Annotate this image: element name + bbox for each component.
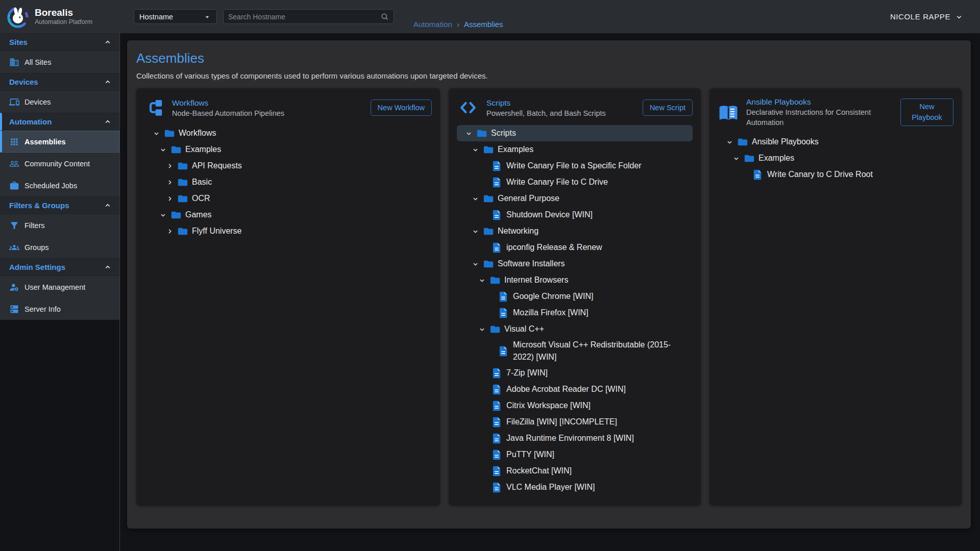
scripts-card-title[interactable]: Scripts (486, 97, 638, 108)
sidebar-item-label: Server Info (24, 305, 61, 313)
chevron-down-icon[interactable] (478, 325, 490, 334)
tree-item-mozilla-firefox-win[interactable]: Mozilla Firefox [WIN] (457, 305, 693, 321)
tree-item-ansible-playbooks[interactable]: Ansible Playbooks (718, 134, 953, 150)
breadcrumb-assemblies[interactable]: Assemblies (464, 20, 503, 29)
chevron-down-icon[interactable] (471, 227, 483, 236)
chevron-down-icon[interactable] (471, 145, 483, 154)
hostname-select-value: Hostname (139, 13, 173, 21)
tree-item-flyff-universe[interactable]: Flyff Universe (144, 223, 432, 239)
tree-item-label: Games (185, 207, 216, 222)
tree-item-api-requests[interactable]: API Requests (144, 158, 432, 174)
sidebar-item-groups[interactable]: Groups (0, 236, 119, 258)
workflows-tree: WorkflowsExamplesAPI RequestsBasicOCRGam… (144, 125, 432, 239)
sidebar-section-devices[interactable]: Devices (0, 73, 119, 91)
chevron-up-icon (103, 38, 112, 47)
tree-item-basic[interactable]: Basic (144, 174, 432, 190)
tree-item-internet-browsers[interactable]: Internet Browsers (457, 272, 693, 288)
tree-item-java-runtime-environment-8-win[interactable]: Java Runtime Environment 8 [WIN] (457, 430, 693, 446)
new-playbook-button[interactable]: New Playbook (900, 98, 953, 126)
folder-icon (490, 325, 500, 334)
user-menu[interactable]: NICOLE RAPPE (890, 12, 964, 21)
hostname-select[interactable]: Hostname (134, 9, 217, 24)
book-icon (718, 103, 739, 122)
tree-item-write-canary-file-to-c-drive[interactable]: Write Canary File to C Drive (457, 174, 693, 190)
tree-item-vlc-media-player-win[interactable]: VLC Media Player [WIN] (457, 479, 693, 495)
tree-item-ipconfig-release-renew[interactable]: ipconfig Release & Renew (457, 239, 693, 256)
chevron-down-icon[interactable] (478, 276, 490, 285)
tree-item-visual-c[interactable]: Visual C++ (457, 321, 693, 337)
tree-item-label: Workflows (179, 126, 220, 141)
tree-item-7-zip-win[interactable]: 7-Zip [WIN] (457, 365, 693, 381)
sidebar-item-assemblies[interactable]: Assemblies (0, 131, 119, 153)
tree-item-shutdown-device-win[interactable]: Shutdown Device [WIN] (457, 207, 693, 223)
sidebar-item-devices[interactable]: Devices (0, 91, 119, 113)
chevron-down-icon[interactable] (471, 260, 483, 268)
tree-item-label: Ansible Playbooks (752, 134, 823, 149)
scripts-card-header: Scripts Powershell, Batch, and Bash Scri… (457, 96, 693, 119)
file-icon (492, 368, 501, 379)
tree-item-write-canary-to-c-drive-root[interactable]: Write Canary to C Drive Root (718, 166, 953, 183)
tree-item-label: Microsoft Visual C++ Redistributable (20… (513, 337, 693, 365)
chevron-down-icon[interactable] (159, 211, 171, 219)
chevron-down-icon[interactable] (464, 129, 477, 138)
chevron-down-icon[interactable] (732, 154, 744, 163)
sidebar-section-automation[interactable]: Automation (0, 113, 119, 131)
tree-item-putty-win[interactable]: PuTTY [WIN] (457, 446, 693, 463)
sidebar-item-scheduled-jobs[interactable]: Scheduled Jobs (0, 174, 119, 196)
page-title: Assemblies (136, 51, 962, 66)
borealis-logo[interactable]: Borealis Automation Platform (0, 5, 120, 29)
sidebar-item-filters[interactable]: Filters (0, 214, 119, 236)
tree-item-microsoft-visual-c-redistributable-2015-2022-win[interactable]: Microsoft Visual C++ Redistributable (20… (457, 337, 693, 365)
sidebar-section-filters-groups[interactable]: Filters & Groups (0, 196, 119, 214)
tree-item-examples[interactable]: Examples (718, 150, 953, 166)
tree-item-write-canary-file-to-a-specific-folder[interactable]: Write Canary File to a Specific Folder (457, 158, 693, 174)
tree-item-workflows[interactable]: Workflows (144, 125, 432, 141)
file-icon (492, 449, 501, 460)
sidebar-section-sites[interactable]: Sites (0, 33, 119, 51)
tree-item-examples[interactable]: Examples (457, 141, 693, 158)
chevron-right-icon[interactable] (165, 227, 178, 236)
search-input[interactable] (228, 13, 380, 21)
tree-item-scripts[interactable]: Scripts (457, 125, 693, 141)
chevron-right-icon[interactable] (165, 178, 178, 187)
sidebar-item-server-info[interactable]: Server Info (0, 298, 119, 320)
sidebar-item-community-content[interactable]: Community Content (0, 153, 119, 174)
chevron-up-icon (103, 201, 112, 210)
sidebar-item-label: Scheduled Jobs (24, 182, 77, 190)
tree-item-filezilla-win-incomplete[interactable]: FileZilla [WIN] [INCOMPLETE] (457, 414, 693, 430)
chevron-right-icon[interactable] (165, 162, 178, 170)
tree-item-general-purpose[interactable]: General Purpose (457, 190, 693, 207)
tree-item-ocr[interactable]: OCR (144, 190, 432, 207)
sidebar-item-label: Community Content (24, 160, 90, 168)
new-workflow-button[interactable]: New Workflow (371, 99, 432, 116)
tree-item-citrix-workspace-win[interactable]: Citrix Workspace [WIN] (457, 397, 693, 414)
tree-item-networking[interactable]: Networking (457, 223, 693, 239)
file-icon (492, 242, 501, 253)
sidebar-section-label: Sites (9, 38, 28, 46)
tree-item-examples[interactable]: Examples (144, 141, 432, 158)
folder-icon (178, 227, 188, 236)
sidebar-item-user-management[interactable]: User Management (0, 276, 119, 298)
scripts-card-subtitle: Powershell, Batch, and Bash Scripts (486, 108, 638, 118)
chevron-down-icon[interactable] (471, 194, 483, 203)
workflows-card-title[interactable]: Workflows (172, 97, 365, 108)
sidebar-item-all-sites[interactable]: All Sites (0, 51, 119, 73)
workflow-icon (144, 98, 165, 117)
brand-tagline: Automation Platform (35, 18, 92, 26)
sidebar: SitesAll SitesDevicesDevicesAutomationAs… (0, 33, 120, 551)
tree-item-google-chrome-win[interactable]: Google Chrome [WIN] (457, 288, 693, 305)
chevron-down-icon[interactable] (725, 138, 738, 146)
tree-item-label: 7-Zip [WIN] (506, 365, 552, 381)
tree-item-rocketchat-win[interactable]: RocketChat [WIN] (457, 463, 693, 479)
tree-item-adobe-acrobat-reader-dc-win[interactable]: Adobe Acrobat Reader DC [WIN] (457, 381, 693, 397)
chevron-down-icon[interactable] (159, 145, 171, 154)
ansible-card-title[interactable]: Ansible Playbooks (746, 96, 895, 107)
breadcrumb-automation[interactable]: Automation (413, 20, 452, 29)
sidebar-section-admin-settings[interactable]: Admin Settings (0, 258, 119, 276)
chevron-right-icon[interactable] (165, 194, 178, 203)
file-icon (492, 177, 501, 188)
tree-item-games[interactable]: Games (144, 207, 432, 223)
tree-item-software-installers[interactable]: Software Installers (457, 256, 693, 272)
new-script-button[interactable]: New Script (643, 99, 693, 116)
chevron-down-icon[interactable] (152, 129, 164, 138)
